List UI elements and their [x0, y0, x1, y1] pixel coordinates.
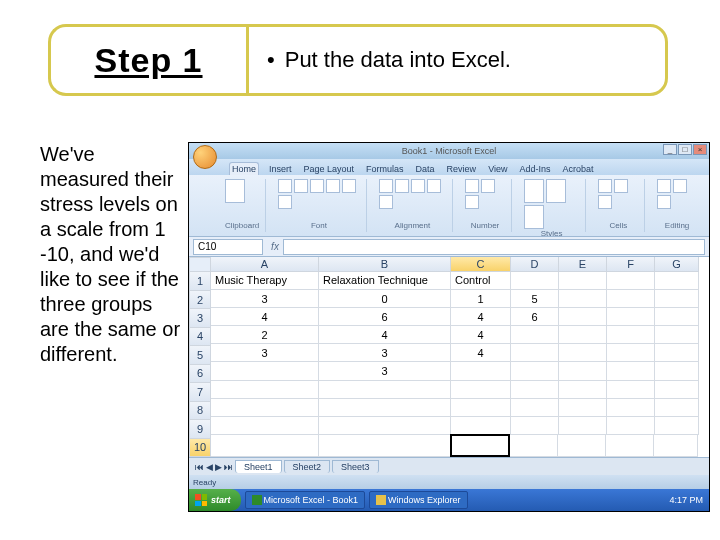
ribbon-tab-view[interactable]: View — [486, 163, 509, 175]
col-header-f[interactable]: F — [607, 257, 655, 272]
cell[interactable] — [559, 326, 607, 344]
col-header-a[interactable]: A — [211, 257, 319, 272]
delete-cell-icon[interactable] — [614, 179, 628, 193]
row-header-4[interactable]: 4 — [189, 328, 211, 346]
paste-icon[interactable] — [225, 179, 245, 203]
start-button[interactable]: start — [189, 489, 241, 511]
row-header-3[interactable]: 3 — [189, 309, 211, 327]
fx-icon[interactable]: fx — [267, 241, 283, 252]
cell[interactable] — [607, 308, 655, 326]
find-select-icon[interactable] — [657, 195, 671, 209]
taskbar-item-excel[interactable]: Microsoft Excel - Book1 — [245, 491, 366, 509]
cell[interactable] — [655, 290, 699, 308]
cell[interactable]: Music Therapy — [211, 272, 319, 290]
ribbon-tab-insert[interactable]: Insert — [267, 163, 294, 175]
cell[interactable] — [559, 417, 607, 435]
cell[interactable] — [559, 399, 607, 417]
cell[interactable] — [559, 308, 607, 326]
col-header-g[interactable]: G — [655, 257, 699, 272]
ribbon-tab-page-layout[interactable]: Page Layout — [302, 163, 357, 175]
close-button[interactable]: × — [693, 144, 707, 155]
cell[interactable] — [211, 381, 319, 399]
cell[interactable]: 4 — [451, 308, 511, 326]
cell[interactable]: 4 — [211, 308, 319, 326]
cell[interactable]: 4 — [451, 344, 511, 362]
sheet-nav-next-icon[interactable]: ▶ — [215, 462, 222, 472]
cell[interactable]: 3 — [211, 290, 319, 308]
cell[interactable] — [607, 362, 655, 380]
cell[interactable]: 1 — [451, 290, 511, 308]
border-icon[interactable] — [278, 195, 292, 209]
cell[interactable] — [559, 381, 607, 399]
cell[interactable] — [511, 381, 559, 399]
cell[interactable] — [655, 272, 699, 290]
number-format-icon[interactable] — [465, 179, 479, 193]
cell[interactable]: 3 — [319, 362, 451, 380]
row-header-8[interactable]: 8 — [189, 402, 211, 420]
cell[interactable] — [211, 417, 319, 435]
spreadsheet-grid[interactable]: 1 2 3 4 5 6 7 8 9 10 A B C D E F G — [189, 257, 709, 457]
underline-icon[interactable] — [310, 179, 324, 193]
row-header-9[interactable]: 9 — [189, 420, 211, 438]
sheet-tab-1[interactable]: Sheet1 — [235, 460, 282, 473]
cell[interactable] — [655, 362, 699, 380]
cell[interactable] — [654, 435, 698, 457]
cell[interactable] — [511, 399, 559, 417]
maximize-button[interactable]: □ — [678, 144, 692, 155]
cell[interactable]: 3 — [211, 344, 319, 362]
bold-icon[interactable] — [278, 179, 292, 193]
cell[interactable] — [559, 362, 607, 380]
cell-styles-icon[interactable] — [524, 205, 544, 229]
cell[interactable]: 2 — [211, 326, 319, 344]
sheet-nav-first-icon[interactable]: ⏮ — [195, 462, 204, 472]
active-cell[interactable] — [450, 434, 510, 457]
col-header-b[interactable]: B — [319, 257, 451, 272]
cell[interactable] — [319, 399, 451, 417]
minimize-button[interactable]: _ — [663, 144, 677, 155]
formula-input[interactable] — [283, 239, 705, 255]
cell[interactable] — [451, 381, 511, 399]
cell[interactable] — [606, 435, 654, 457]
ribbon-tab-addins[interactable]: Add-Ins — [517, 163, 552, 175]
cell[interactable]: 3 — [319, 344, 451, 362]
cell[interactable] — [559, 344, 607, 362]
name-box[interactable]: C10 — [193, 239, 263, 255]
cell[interactable] — [655, 344, 699, 362]
cell[interactable] — [607, 417, 655, 435]
row-header-2[interactable]: 2 — [189, 291, 211, 309]
font-color-icon[interactable] — [342, 179, 356, 193]
percent-icon[interactable] — [481, 179, 495, 193]
cell[interactable] — [607, 290, 655, 308]
cell[interactable] — [511, 344, 559, 362]
cell[interactable] — [607, 399, 655, 417]
cell[interactable] — [451, 417, 511, 435]
cell[interactable]: 4 — [319, 326, 451, 344]
cell[interactable] — [607, 326, 655, 344]
italic-icon[interactable] — [294, 179, 308, 193]
cell[interactable] — [319, 381, 451, 399]
cell[interactable] — [511, 326, 559, 344]
cell[interactable] — [510, 435, 558, 457]
sheet-tab-2[interactable]: Sheet2 — [284, 460, 331, 473]
format-table-icon[interactable] — [546, 179, 566, 203]
align-right-icon[interactable] — [411, 179, 425, 193]
cell[interactable] — [319, 435, 451, 457]
cell[interactable]: 6 — [511, 308, 559, 326]
cell[interactable] — [655, 399, 699, 417]
sort-filter-icon[interactable] — [673, 179, 687, 193]
fill-color-icon[interactable] — [326, 179, 340, 193]
cell[interactable]: 0 — [319, 290, 451, 308]
cell[interactable] — [319, 417, 451, 435]
align-center-icon[interactable] — [395, 179, 409, 193]
cell[interactable] — [511, 417, 559, 435]
office-button-icon[interactable] — [193, 145, 217, 169]
cell[interactable]: 5 — [511, 290, 559, 308]
merge-icon[interactable] — [379, 195, 393, 209]
sheet-nav-prev-icon[interactable]: ◀ — [206, 462, 213, 472]
cell[interactable]: 6 — [319, 308, 451, 326]
cell[interactable] — [211, 399, 319, 417]
cell[interactable] — [655, 381, 699, 399]
ribbon-tab-review[interactable]: Review — [445, 163, 479, 175]
row-header-10[interactable]: 10 — [189, 439, 211, 457]
col-header-c[interactable]: C — [451, 257, 511, 272]
